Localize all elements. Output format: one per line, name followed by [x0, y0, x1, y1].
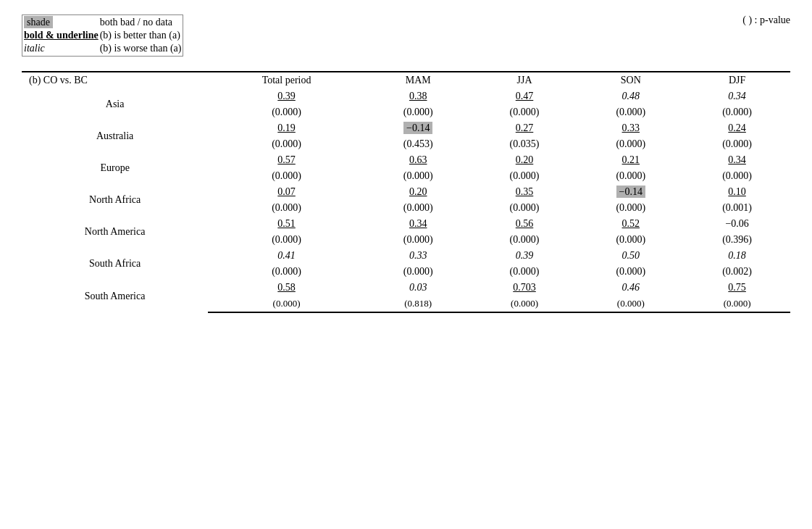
value-cell: −0.14 [365, 120, 472, 136]
value-cell: 0.41 [208, 248, 365, 264]
value-cell: 0.38 [365, 88, 472, 104]
value-cell: 0.56 [472, 216, 578, 232]
pval-cell: (0.453) [365, 136, 472, 152]
underline-value: 0.07 [277, 186, 296, 197]
table-body: Asia0.390.380.470.480.34(0.000)(0.000)(0… [22, 88, 790, 312]
value-cell: 0.10 [684, 184, 790, 200]
italic-value: 0.33 [409, 250, 427, 261]
pval-cell: (0.000) [208, 168, 365, 184]
pval-cell: (0.000) [684, 296, 790, 312]
region-cell: Europe [22, 152, 208, 184]
header-total: Total period [208, 72, 365, 88]
legend-table: shade both bad / no data bold & underlin… [22, 14, 183, 57]
value-cell: 0.27 [472, 120, 578, 136]
bold-desc: (b) is better than (a) [100, 30, 182, 41]
value-cell: 0.03 [365, 280, 472, 296]
value-cell: 0.50 [577, 248, 684, 264]
value-cell: 0.47 [472, 88, 578, 104]
bold-label: bold & underline [24, 30, 99, 41]
value-cell: 0.57 [208, 152, 365, 168]
header-mam: MAM [365, 72, 472, 88]
pval-cell: (0.000) [684, 104, 790, 120]
underline-value: 0.20 [409, 186, 427, 197]
pval-cell: (0.000) [365, 232, 472, 248]
value-cell: 0.35 [472, 184, 578, 200]
header-jja: JJA [472, 72, 578, 88]
pval-cell: (0.000) [472, 200, 578, 216]
italic-value: 0.18 [728, 250, 746, 261]
table-row: North America0.510.340.560.52−0.06 [22, 216, 790, 232]
italic-value: 0.03 [409, 282, 427, 293]
value-cell: 0.34 [684, 88, 790, 104]
pval-cell: (0.000) [577, 232, 684, 248]
region-cell: South Africa [22, 248, 208, 280]
underline-value: 0.24 [728, 122, 746, 133]
pval-cell: (0.000) [365, 168, 472, 184]
underline-value: 0.21 [622, 154, 640, 165]
header-djf: DJF [684, 72, 790, 88]
pval-cell: (0.002) [684, 264, 790, 280]
header-row-1: (b) CO vs. BC Total period MAM JJA SON D… [22, 72, 790, 88]
shaded-value: −0.14 [403, 122, 432, 134]
underline-value: 0.52 [622, 218, 640, 229]
value-cell: 0.34 [684, 152, 790, 168]
pval-cell: (0.000) [684, 136, 790, 152]
header-area: shade both bad / no data bold & underlin… [22, 14, 790, 64]
underline-value: 0.75 [728, 282, 746, 293]
italic-value: 0.50 [622, 250, 640, 261]
underline-value: 0.703 [513, 282, 536, 293]
region-cell: Asia [22, 88, 208, 120]
shaded-value: −0.14 [616, 186, 645, 198]
value-cell: 0.21 [577, 152, 684, 168]
region-cell: North Africa [22, 184, 208, 216]
underline-value: 0.35 [516, 186, 534, 197]
value-cell: 0.63 [365, 152, 472, 168]
underline-value: 0.57 [277, 154, 296, 165]
underline-value: 0.19 [277, 122, 296, 133]
value-cell: 0.58 [208, 280, 365, 296]
underline-value: 0.38 [409, 91, 427, 101]
pval-cell: (0.000) [472, 168, 578, 184]
table-row: South America0.580.030.7030.460.75 [22, 280, 790, 296]
pval-cell: (0.000) [365, 200, 472, 216]
value-cell: 0.20 [472, 152, 578, 168]
table-row: North Africa0.070.200.35−0.140.10 [22, 184, 790, 200]
pval-cell: (0.035) [472, 136, 578, 152]
italic-value: 0.39 [516, 250, 534, 261]
pval-cell: (0.000) [208, 264, 365, 280]
pval-cell: (0.000) [208, 136, 365, 152]
value-cell: 0.51 [208, 216, 365, 232]
header-son: SON [577, 72, 684, 88]
underline-value: 0.39 [277, 91, 296, 101]
value-cell: −0.14 [577, 184, 684, 200]
underline-value: 0.63 [409, 154, 427, 165]
value-cell: 0.703 [472, 280, 578, 296]
value-cell: 0.07 [208, 184, 365, 200]
value-cell: −0.06 [684, 216, 790, 232]
value-cell: 0.52 [577, 216, 684, 232]
pval-cell: (0.000) [577, 264, 684, 280]
pval-cell: (0.000) [472, 296, 578, 312]
pval-cell: (0.000) [577, 296, 684, 312]
pvalue-note: ( ) : p-value [742, 14, 790, 26]
shade-desc: both bad / no data [100, 17, 182, 28]
pval-cell: (0.000) [208, 200, 365, 216]
value-cell: 0.19 [208, 120, 365, 136]
underline-value: 0.20 [516, 154, 534, 165]
underline-value: 0.51 [277, 218, 296, 229]
pval-cell: (0.001) [684, 200, 790, 216]
underline-value: 0.10 [728, 186, 746, 197]
pval-cell: (0.000) [365, 104, 472, 120]
pval-cell: (0.000) [577, 200, 684, 216]
pval-cell: (0.000) [472, 232, 578, 248]
pval-cell: (0.000) [208, 232, 365, 248]
value-cell: 0.34 [365, 216, 472, 232]
underline-value: 0.34 [728, 154, 746, 165]
underline-value: 0.34 [409, 218, 427, 229]
value-cell: 0.46 [577, 280, 684, 296]
table-row: Asia0.390.380.470.480.34 [22, 88, 790, 104]
pval-cell: (0.000) [472, 104, 578, 120]
pval-cell: (0.000) [208, 104, 365, 120]
italic-value: 0.48 [622, 91, 640, 101]
underline-value: 0.56 [516, 218, 534, 229]
